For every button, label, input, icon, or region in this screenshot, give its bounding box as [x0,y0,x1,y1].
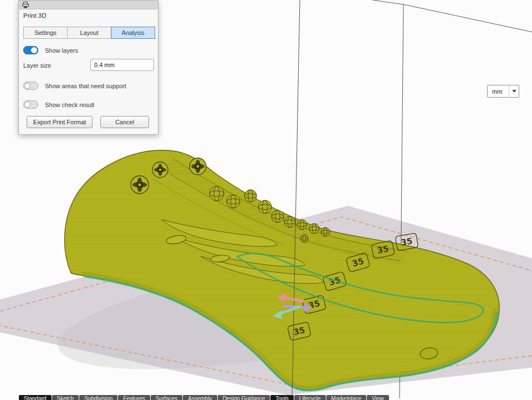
show-support-label: Show areas that need support [45,83,126,89]
bottom-tab-design-guidance[interactable]: Design Guidance [218,395,270,400]
dropdown-arrow-box[interactable] [509,85,519,97]
export-print-format-button[interactable]: Export Print Format [27,116,93,128]
show-check-label: Show check result [45,102,94,108]
bottom-tab-assembly[interactable]: Assembly [183,395,217,400]
dialog-header[interactable] [19,1,158,9]
show-support-row: Show areas that need support [23,82,126,90]
bottom-tab-lifecycle[interactable]: Lifecycle [294,395,326,400]
size-marker: 35 [400,236,413,247]
show-check-row: Show check result [23,100,94,109]
dialog-tab-layout[interactable]: Layout [67,27,111,39]
bottom-tab-surfaces[interactable]: Surfaces [151,395,182,400]
units-dropdown[interactable]: mm [487,85,519,98]
print3d-dialog: Print 3D SettingsLayoutAnalysis Show lay… [18,0,158,135]
chevron-down-icon [512,90,516,93]
toggle-knob [31,47,37,53]
bottom-tab-marketplace[interactable]: Marketplace [326,395,366,400]
toggle-knob [24,102,30,108]
toggle-knob [24,83,30,89]
units-value: mm [488,88,509,95]
bottom-tab-bar: StandardSketchSubdivisionFeaturesSurface… [19,395,389,400]
bottom-tab-sketch[interactable]: Sketch [52,395,79,400]
show-support-toggle[interactable] [23,82,38,90]
show-layers-label: Show layers [45,47,78,54]
layer-size-label: Layer size [23,62,51,69]
layer-size-input[interactable] [90,59,154,71]
print3d-icon [22,2,29,8]
dialog-tab-settings[interactable]: Settings [23,27,68,39]
bottom-tab-view[interactable]: View [367,395,389,400]
show-check-toggle[interactable] [23,100,38,109]
show-layers-toggle[interactable] [23,46,38,54]
bottom-tab-tools[interactable]: Tools [270,395,293,400]
dialog-tab-analysis[interactable]: Analysis [111,27,155,39]
bottom-tab-standard[interactable]: Standard [19,395,52,400]
bottom-tab-features[interactable]: Features [118,395,150,400]
cancel-button[interactable]: Cancel [100,116,149,128]
dialog-tab-bar: SettingsLayoutAnalysis [23,27,155,39]
dialog-title: Print 3D [23,12,47,19]
show-layers-row: Show layers [23,46,78,54]
bottom-tab-subdivision[interactable]: Subdivision [79,395,117,400]
